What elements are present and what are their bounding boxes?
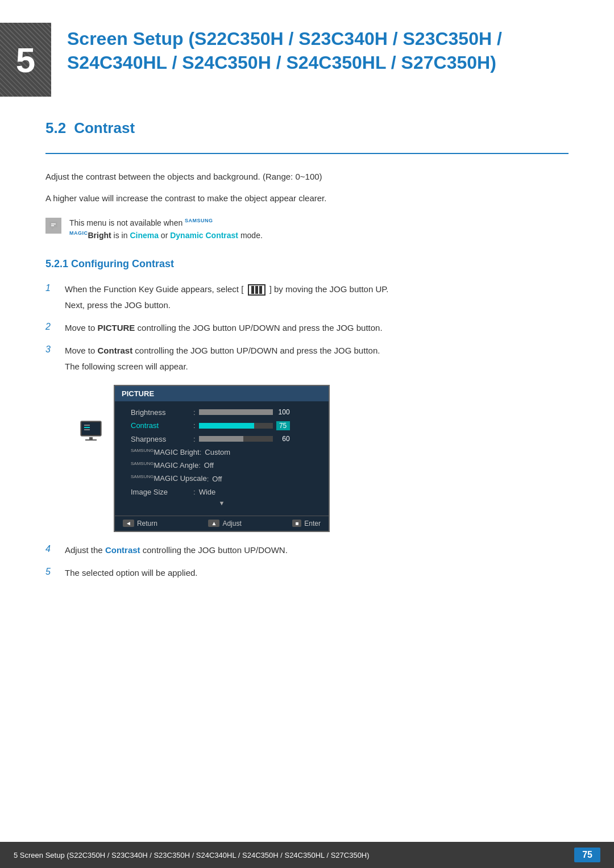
description-1: Adjust the contrast between the objects … [45, 170, 569, 184]
step-3-sub: The following screen will appear. [65, 360, 380, 373]
magic-angle-label: SAMSUNGMAGIC Angle [131, 461, 198, 470]
picture-bold: PICTURE [98, 323, 135, 333]
sharpness-fill [199, 436, 243, 442]
section-title: Contrast [74, 119, 135, 137]
svg-rect-7 [89, 437, 93, 439]
monitor-icon-area [80, 419, 102, 442]
image-size-value: Wide [199, 488, 216, 496]
cinema-label: Cinema [130, 231, 159, 240]
brightness-label: Brightness [131, 408, 193, 417]
sharpness-track [199, 436, 273, 442]
screen-footer: ◄ Return ▲ Adjust ■ Enter [115, 516, 329, 531]
screen-row-contrast: Contrast : 75 [115, 419, 329, 433]
screen-row-brightness: Brightness : 100 [115, 406, 329, 419]
step-2-number: 2 [45, 321, 56, 332]
screen-image: PICTURE Brightness : 100 Contrast [114, 385, 330, 532]
description-2: A higher value will increase the contras… [45, 192, 569, 205]
step-1-number: 1 [45, 283, 56, 293]
scroll-indicator: ▼ [115, 499, 329, 508]
bright-label: Bright [88, 231, 111, 240]
section-number: 5.2 [45, 119, 66, 137]
steps-list-2: 4 Adjust the Contrast controlling the JO… [45, 543, 569, 580]
footer-page-number: 75 [574, 848, 600, 862]
return-label: Return [137, 520, 157, 528]
note-icon [45, 218, 61, 234]
svg-rect-4 [84, 425, 90, 426]
footer-enter: ■ Enter [292, 520, 321, 528]
step-1: 1 When the Function Key Guide appears, s… [45, 283, 569, 312]
enter-icon: ■ [292, 520, 301, 527]
magic-bright-label: SAMSUNGMAGIC Bright [131, 448, 200, 456]
step-3: 3 Move to Contrast controlling the JOG b… [45, 344, 569, 373]
adjust-label: Adjust [222, 520, 241, 528]
return-icon: ◄ [123, 520, 134, 527]
enter-label: Enter [304, 520, 321, 528]
step-3-number: 3 [45, 344, 56, 355]
sharpness-value: 60 [276, 435, 290, 443]
page-footer: 5 Screen Setup (S22C350H / S23C340H / S2… [0, 842, 614, 868]
screen-row-magic-upscale: SAMSUNGMAGIC Upscale : Off [115, 472, 329, 485]
monitor-container: PICTURE Brightness : 100 Contrast [80, 385, 569, 532]
section-heading: 5.2 Contrast [45, 119, 569, 137]
screen-row-sharpness: Sharpness : 60 [115, 433, 329, 446]
subsection-number: 5.2.1 [45, 258, 68, 269]
magic-angle-value: Off [204, 461, 214, 470]
footer-return: ◄ Return [123, 520, 157, 528]
step-4-number: 4 [45, 543, 56, 554]
brightness-fill [199, 409, 273, 415]
step-1-text: When the Function Key Guide appears, sel… [65, 283, 389, 312]
steps-list: 1 When the Function Key Guide appears, s… [45, 283, 569, 373]
subsection-title: Configuring Contrast [71, 258, 174, 269]
contrast-bar: 75 [199, 421, 290, 430]
step-4-text: Adjust the Contrast controlling the JOG … [65, 543, 288, 557]
step-1-sub: Next, press the JOG button. [65, 298, 389, 312]
svg-rect-6 [84, 429, 90, 430]
note-text: This menu is not available when SAMSUNGM… [69, 217, 263, 242]
svg-rect-5 [84, 427, 90, 428]
subsection-heading: 5.2.1 Configuring Contrast [45, 258, 569, 270]
sharpness-bar: 60 [199, 435, 290, 443]
contrast-label: Contrast [131, 421, 193, 430]
step-5-number: 5 [45, 566, 56, 577]
step-5-text: The selected option will be applied. [65, 566, 197, 580]
step-2-text: Move to PICTURE controlling the JOG butt… [65, 321, 383, 335]
chapter-title: Screen Setup (S22C350H / S23C340H / S23C… [67, 23, 569, 74]
chapter-number: 5 [16, 40, 35, 80]
dynamic-contrast-label: Dynamic Contrast [170, 231, 238, 240]
screen-header: PICTURE [115, 386, 329, 401]
brightness-bar: 100 [199, 408, 290, 416]
svg-rect-8 [85, 439, 97, 441]
screen-row-magic-bright: SAMSUNGMAGIC Bright : Custom [115, 446, 329, 459]
footer-adjust: ▲ Adjust [208, 520, 241, 528]
chapter-header: 5 Screen Setup (S22C350H / S23C340H / S2… [0, 23, 569, 97]
contrast-bold-3: Contrast [98, 346, 133, 355]
adjust-icon: ▲ [208, 520, 219, 527]
step-5: 5 The selected option will be applied. [45, 566, 569, 580]
monitor-icon [80, 419, 102, 442]
contrast-value: 75 [276, 421, 290, 430]
step-2: 2 Move to PICTURE controlling the JOG bu… [45, 321, 569, 335]
jog-icon [248, 284, 265, 296]
screen-body: Brightness : 100 Contrast : [115, 401, 329, 512]
footer-text: 5 Screen Setup (S22C350H / S23C340H / S2… [14, 851, 370, 859]
contrast-bold-4: Contrast [105, 545, 140, 555]
sharpness-label: Sharpness [131, 435, 193, 443]
svg-rect-3 [82, 422, 100, 435]
step-4: 4 Adjust the Contrast controlling the JO… [45, 543, 569, 557]
brightness-value: 100 [276, 408, 290, 416]
section-divider [45, 153, 569, 154]
step-3-text: Move to Contrast controlling the JOG but… [65, 344, 380, 373]
brightness-track [199, 409, 273, 415]
note-box: This menu is not available when SAMSUNGM… [45, 217, 569, 242]
magic-upscale-value: Off [212, 475, 222, 483]
magic-upscale-label: SAMSUNGMAGIC Upscale [131, 474, 207, 483]
contrast-fill [199, 423, 255, 429]
image-size-label: Image Size [131, 488, 193, 496]
contrast-track [199, 423, 273, 429]
screen-row-magic-angle: SAMSUNGMAGIC Angle : Off [115, 459, 329, 472]
screen-row-image-size: Image Size : Wide [115, 485, 329, 499]
chapter-number-box: 5 [0, 23, 51, 97]
magic-bright-value: Custom [205, 448, 230, 456]
